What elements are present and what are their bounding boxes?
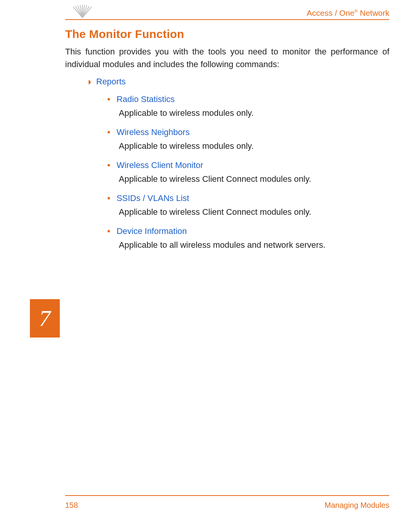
chapter-tab: 7 [30, 299, 60, 338]
triangle-bullet-icon: ◗ [88, 79, 91, 85]
brand-suffix: Network [358, 8, 389, 17]
page-title: The Monitor Function [65, 28, 184, 41]
link-device-information[interactable]: Device Information [116, 226, 187, 236]
header-brand: Access / One® Network [307, 8, 389, 18]
header-rule [65, 19, 389, 20]
link-wireless-client-monitor[interactable]: Wireless Client Monitor [116, 160, 203, 170]
bullet-icon: • [107, 226, 115, 236]
list-item: • Radio Statistics [107, 94, 175, 104]
page-number: 158 [65, 501, 78, 510]
bullet-icon: • [107, 160, 115, 170]
intro-paragraph: This function provides you with the tool… [65, 45, 389, 71]
footer-rule [65, 495, 389, 496]
list-top-item: ◗ Reports [88, 77, 126, 87]
list-item: • Device Information [107, 226, 187, 236]
list-item-note: Applicable to wireless modules only. [119, 108, 254, 118]
list-item-note: Applicable to all wireless modules and n… [119, 240, 325, 250]
list-item-note: Applicable to wireless Client Connect mo… [119, 207, 311, 217]
bullet-icon: • [107, 127, 115, 137]
link-reports[interactable]: Reports [96, 77, 126, 87]
page: Access / One® Network The Monitor Functi… [0, 0, 420, 522]
list-item: • Wireless Neighbors [107, 127, 190, 137]
brand-reg: ® [354, 9, 358, 13]
bullet-icon: • [107, 193, 115, 203]
list-item: • Wireless Client Monitor [107, 160, 203, 170]
list-item: • SSIDs / VLANs List [107, 193, 189, 203]
bullet-icon: • [107, 94, 115, 104]
link-radio-statistics[interactable]: Radio Statistics [116, 94, 175, 104]
list-item-note: Applicable to wireless modules only. [119, 141, 254, 151]
brand-logo-icon [71, 3, 94, 18]
chapter-name: Managing Modules [325, 501, 389, 510]
list-item-note: Applicable to wireless Client Connect mo… [119, 174, 311, 184]
link-wireless-neighbors[interactable]: Wireless Neighbors [116, 127, 190, 137]
chapter-number: 7 [39, 305, 51, 332]
brand-prefix: Access / One [307, 8, 354, 17]
link-ssids-vlans-list[interactable]: SSIDs / VLANs List [116, 193, 189, 203]
